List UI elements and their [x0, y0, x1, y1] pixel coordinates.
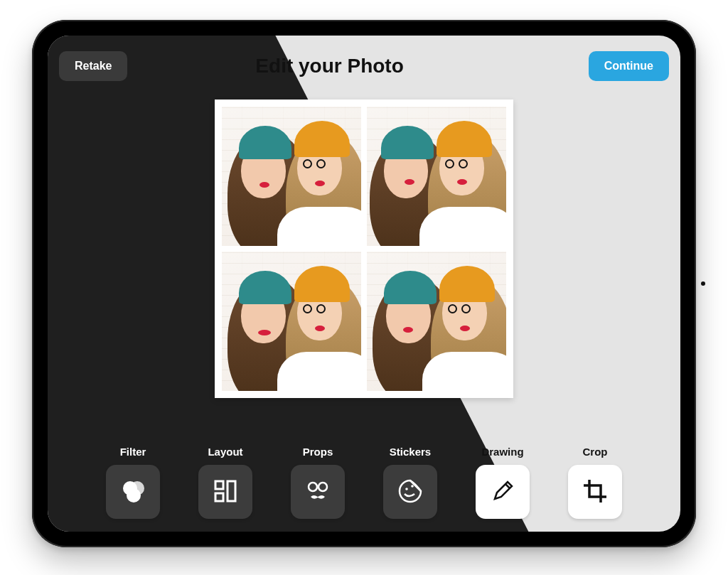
tool-crop: Crop — [564, 446, 626, 519]
pencil-icon — [488, 477, 517, 507]
tool-drawing: Drawing — [471, 446, 534, 519]
tool-props-button[interactable] — [291, 465, 345, 519]
photo-tile-2[interactable] — [367, 107, 506, 246]
header-bar: Retake Edit your Photo Continue — [59, 45, 669, 87]
tool-drawing-button[interactable] — [476, 465, 530, 519]
svg-point-10 — [411, 485, 414, 488]
svg-point-6 — [309, 483, 317, 491]
app-screen: Retake Edit your Photo Continue — [48, 36, 680, 532]
layout-icon — [211, 477, 240, 507]
filter-icon — [119, 477, 147, 507]
svg-rect-3 — [215, 481, 223, 489]
tool-filter-button[interactable] — [106, 465, 160, 519]
edit-toolbar: Filter Layout — [48, 446, 680, 519]
svg-point-7 — [318, 483, 327, 491]
tool-layout: Layout — [194, 446, 257, 519]
svg-point-2 — [127, 488, 141, 503]
svg-rect-4 — [215, 493, 223, 501]
tool-crop-label: Crop — [583, 446, 608, 458]
tool-crop-button[interactable] — [568, 465, 622, 519]
tool-stickers: Stickers — [379, 446, 441, 519]
photo-collage[interactable] — [215, 100, 513, 398]
tool-props: Props — [287, 446, 349, 519]
tool-stickers-label: Stickers — [390, 446, 431, 458]
svg-rect-5 — [228, 481, 235, 501]
photo-tile-4[interactable] — [367, 252, 506, 391]
tool-layout-label: Layout — [208, 446, 242, 458]
tool-stickers-button[interactable] — [383, 465, 437, 519]
page-title: Edit your Photo — [70, 55, 588, 77]
tool-filter-label: Filter — [120, 446, 146, 458]
tool-layout-button[interactable] — [198, 465, 252, 519]
continue-button[interactable]: Continue — [589, 51, 669, 81]
glasses-mustache-icon — [304, 477, 332, 507]
svg-point-9 — [405, 488, 408, 490]
photo-tile-3[interactable] — [222, 252, 361, 391]
camera-dot — [701, 281, 705, 286]
crop-icon — [581, 477, 609, 507]
photo-tile-1[interactable] — [222, 107, 361, 246]
tool-props-label: Props — [303, 446, 333, 458]
sticker-icon — [396, 477, 424, 507]
tool-filter: Filter — [102, 446, 164, 519]
tool-drawing-label: Drawing — [481, 446, 523, 458]
tablet-device-frame: Retake Edit your Photo Continue — [32, 20, 696, 547]
